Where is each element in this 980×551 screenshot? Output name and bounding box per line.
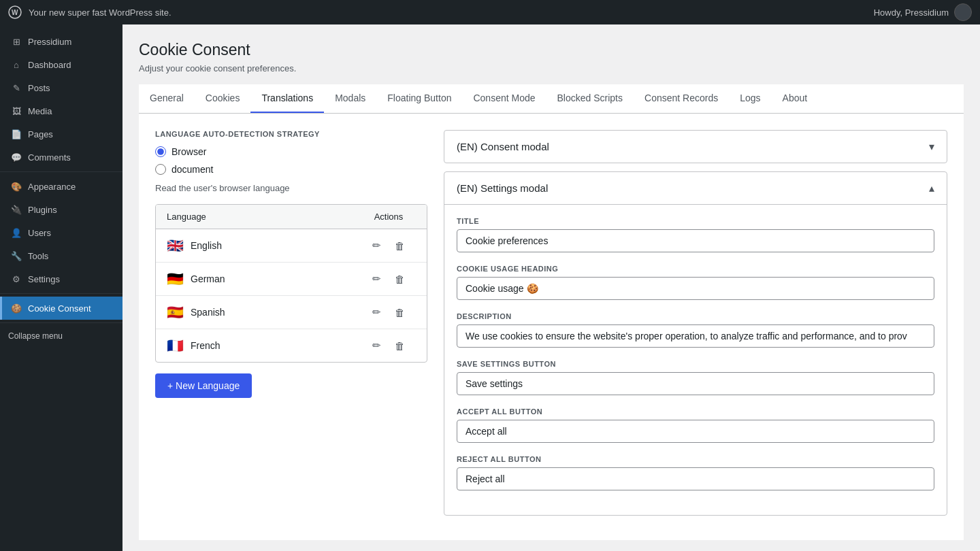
label-german: German [191, 273, 225, 284]
delete-german-button[interactable]: 🗑 [392, 272, 408, 286]
sidebar-label-pages: Pages [28, 129, 53, 139]
row-actions-spanish: ✏ 🗑 [361, 305, 416, 320]
tab-consent-records[interactable]: Consent Records [634, 84, 729, 114]
radio-document[interactable]: document [155, 164, 427, 175]
strategy-hint: Read the user's browser language [155, 183, 427, 193]
sidebar: ⊞ Pressidium ⌂ Dashboard ✎ Posts 🖼 Media… [0, 24, 122, 551]
accordion-settings-modal-body: TITLE COOKIE USAGE HEADING DESCRIPTION [444, 204, 947, 515]
tab-cookies[interactable]: Cookies [195, 84, 251, 114]
collapse-menu[interactable]: Collapse menu [0, 326, 122, 346]
accordion-consent-modal-header[interactable]: (EN) Consent modal [444, 131, 947, 163]
radio-document-label: document [172, 164, 213, 175]
edit-german-button[interactable]: ✏ [370, 271, 384, 286]
field-cookie-usage-label: COOKIE USAGE HEADING [457, 265, 934, 273]
edit-english-button[interactable]: ✏ [370, 238, 384, 253]
sidebar-item-users[interactable]: 👤 Users [0, 221, 122, 244]
sidebar-label-appearance: Appearance [28, 182, 76, 192]
top-bar: W Your new super fast WordPress site. Ho… [0, 0, 980, 24]
field-accept-all-input[interactable] [457, 420, 934, 443]
comment-icon: 💬 [10, 151, 22, 163]
tab-blocked-scripts[interactable]: Blocked Scripts [546, 84, 634, 114]
table-row: 🇬🇧 English ✏ 🗑 [156, 229, 427, 263]
sidebar-item-cookie-consent[interactable]: 🍪 Cookie Consent [0, 297, 122, 320]
sidebar-item-tools[interactable]: 🔧 Tools [0, 244, 122, 267]
accordion-settings-modal: (EN) Settings modal TITLE COOKIE USAGE H… [444, 171, 947, 516]
sidebar-item-posts[interactable]: ✎ Posts [0, 76, 122, 99]
field-save-settings-input[interactable] [457, 372, 934, 395]
sidebar-label-tools: Tools [28, 251, 48, 261]
edit-french-button[interactable]: ✏ [370, 338, 384, 353]
sidebar-label-users: Users [28, 228, 51, 238]
edit-icon: ✎ [10, 82, 22, 94]
flag-english: 🇬🇧 [167, 237, 184, 254]
language-table: Language Actions 🇬🇧 English ✏ 🗑 [155, 204, 427, 363]
user-avatar[interactable] [954, 3, 972, 21]
field-description-input[interactable] [457, 324, 934, 348]
field-cookie-usage-input[interactable] [457, 277, 934, 300]
tab-general[interactable]: General [139, 84, 195, 114]
page-title: Cookie Consent [139, 41, 964, 59]
sidebar-item-dashboard[interactable]: ⌂ Dashboard [0, 53, 122, 76]
field-accept-all-label: ACCEPT ALL BUTTON [457, 407, 934, 416]
tab-modals[interactable]: Modals [324, 84, 376, 114]
label-spanish: Spanish [191, 307, 225, 318]
sidebar-item-comments[interactable]: 💬 Comments [0, 146, 122, 169]
field-accept-all: ACCEPT ALL BUTTON [457, 407, 934, 443]
row-actions-german: ✏ 🗑 [361, 271, 416, 286]
wp-logo-icon: W [8, 5, 22, 19]
wrench-icon: 🔧 [10, 250, 22, 262]
tab-floating-button[interactable]: Floating Button [376, 84, 462, 114]
field-title-input[interactable] [457, 229, 934, 252]
strategy-radio-group: Browser document [155, 146, 427, 175]
cookie-icon: 🍪 [10, 302, 22, 314]
field-save-settings: SAVE SETTINGS BUTTON [457, 360, 934, 395]
sidebar-sep-1 [0, 171, 122, 172]
page-subtitle: Adjust your cookie consent preferences. [139, 63, 964, 73]
sidebar-sep-3 [0, 322, 122, 323]
sidebar-item-settings[interactable]: ⚙ Settings [0, 267, 122, 290]
sidebar-item-appearance[interactable]: 🎨 Appearance [0, 175, 122, 198]
sidebar-sep-2 [0, 293, 122, 294]
accordion-settings-modal-header[interactable]: (EN) Settings modal [444, 172, 947, 204]
accordion-consent-modal: (EN) Consent modal [444, 130, 947, 163]
top-bar-left: W Your new super fast WordPress site. [8, 5, 172, 19]
flag-french: 🇫🇷 [167, 337, 184, 354]
svg-text:W: W [12, 9, 18, 16]
flag-spanish: 🇪🇸 [167, 304, 184, 320]
tab-logs[interactable]: Logs [729, 84, 771, 114]
paint-icon: 🎨 [10, 180, 22, 193]
sidebar-item-pages[interactable]: 📄 Pages [0, 122, 122, 146]
radio-document-input[interactable] [155, 164, 166, 175]
chevron-up-icon [929, 182, 934, 195]
field-reject-all: REJECT ALL BUTTON [457, 455, 934, 490]
sidebar-item-pressidium[interactable]: ⊞ Pressidium [0, 30, 122, 53]
delete-english-button[interactable]: 🗑 [392, 239, 408, 253]
chevron-down-icon [929, 140, 934, 153]
file-icon: 📄 [10, 128, 22, 140]
main-layout: ⊞ Pressidium ⌂ Dashboard ✎ Posts 🖼 Media… [0, 24, 980, 551]
accordion-consent-modal-title: (EN) Consent modal [457, 141, 549, 152]
tab-consent-mode[interactable]: Consent Mode [462, 84, 546, 114]
strategy-label: LANGUAGE AUTO-DETECTION STRATEGY [155, 130, 427, 138]
user-icon: 👤 [10, 227, 22, 239]
field-reject-all-input[interactable] [457, 467, 934, 490]
radio-browser[interactable]: Browser [155, 146, 427, 157]
sidebar-item-media[interactable]: 🖼 Media [0, 99, 122, 122]
sidebar-item-plugins[interactable]: 🔌 Plugins [0, 198, 122, 221]
col-actions: Actions [361, 212, 416, 222]
table-header: Language Actions [156, 205, 427, 229]
edit-spanish-button[interactable]: ✏ [370, 305, 384, 320]
delete-spanish-button[interactable]: 🗑 [392, 305, 408, 320]
radio-browser-input[interactable] [155, 146, 166, 157]
new-language-button[interactable]: + New Language [155, 373, 252, 398]
left-panel: LANGUAGE AUTO-DETECTION STRATEGY Browser… [155, 130, 427, 524]
delete-french-button[interactable]: 🗑 [392, 339, 408, 353]
tab-translations[interactable]: Translations [250, 84, 324, 114]
tab-nav: General Cookies Translations Modals Floa… [139, 84, 964, 114]
field-cookie-usage-heading: COOKIE USAGE HEADING [457, 265, 934, 300]
language-name-english: 🇬🇧 English [167, 237, 361, 254]
language-name-german: 🇩🇪 German [167, 271, 361, 287]
row-actions-french: ✏ 🗑 [361, 338, 416, 353]
sidebar-label-comments: Comments [28, 152, 71, 163]
tab-about[interactable]: About [772, 84, 819, 114]
